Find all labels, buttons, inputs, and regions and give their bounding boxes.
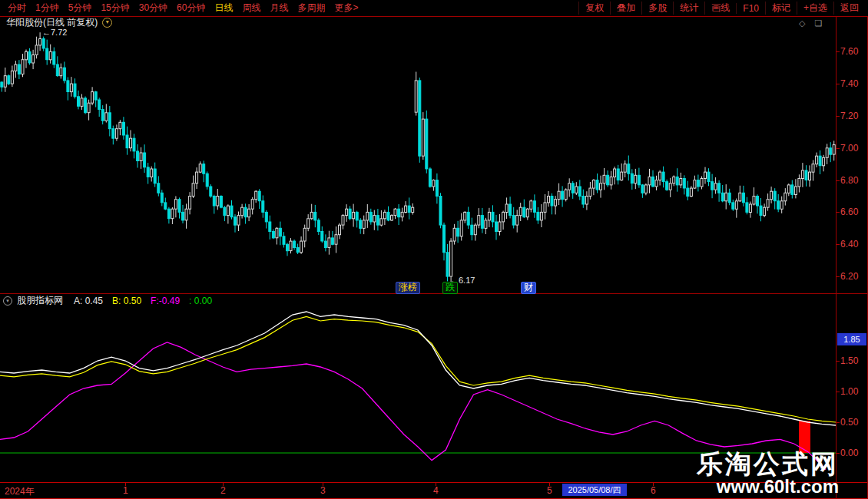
menu-item-统计[interactable]: 统计 xyxy=(673,2,704,15)
xaxis-label-4: 4 xyxy=(433,485,439,496)
price-axis-tick xyxy=(836,212,840,213)
price-axis-tick xyxy=(836,244,840,245)
xaxis-label-1: 1 xyxy=(123,485,128,496)
menu-item-周线[interactable]: 周线 xyxy=(237,2,265,15)
indicator-value-0: A: 0.45 xyxy=(74,296,103,306)
indicator-axis-label: 1.00 xyxy=(840,386,858,397)
indicator-value-3: : 0.00 xyxy=(189,296,212,306)
menu-item-分时[interactable]: 分时 xyxy=(3,2,31,15)
watermark-line2: www.60lt.com xyxy=(697,477,839,496)
watermark: 乐淘公式网 www.60lt.com xyxy=(697,451,839,496)
menu-item-更多>[interactable]: 更多> xyxy=(330,2,363,15)
diamond-icon[interactable]: ◇ xyxy=(799,18,805,28)
price-axis-label: 7.60 xyxy=(840,46,858,57)
menu-item-日线[interactable]: 日线 xyxy=(210,2,237,15)
indicator-value-2: F:-0.49 xyxy=(151,296,180,306)
top-menu-bar: 分时1分钟5分钟15分钟30分钟60分钟日线周线月线多周期更多> 复权叠加多股统… xyxy=(0,0,868,16)
price-axis-label: 7.00 xyxy=(840,143,858,154)
xaxis-label-2024年: 2024年 xyxy=(5,485,35,498)
menu-item-多周期[interactable]: 多周期 xyxy=(293,2,330,15)
panel-divider-line xyxy=(0,293,868,294)
overlay-button-跌[interactable]: 跌 xyxy=(442,282,458,294)
menu-item-1分钟[interactable]: 1分钟 xyxy=(31,2,64,15)
xaxis-label-2: 2 xyxy=(220,485,226,496)
indicator-chart[interactable] xyxy=(0,307,836,470)
menu-item-60分钟[interactable]: 60分钟 xyxy=(172,2,210,15)
collapse-icon[interactable]: ▾ xyxy=(3,296,12,306)
menu-item-多股[interactable]: 多股 xyxy=(641,2,673,15)
xaxis-tick xyxy=(223,483,224,486)
trading-app-window: 分时1分钟5分钟15分钟30分钟60分钟日线周线月线多周期更多> 复权叠加多股统… xyxy=(0,0,868,499)
price-axis-label: 7.20 xyxy=(840,111,858,121)
price-axis-label: 6.80 xyxy=(840,175,858,186)
high-price-annotation: ←7.72 xyxy=(42,28,67,37)
indicator-axis-label: 1.50 xyxy=(840,355,858,366)
overlay-button-财[interactable]: 财 xyxy=(521,282,536,294)
watermark-line1: 乐淘公式网 xyxy=(697,451,839,477)
xaxis-tick xyxy=(549,483,550,486)
menu-item-30分钟[interactable]: 30分钟 xyxy=(134,2,172,15)
indicator-axis-tick xyxy=(836,361,840,362)
price-axis-tick xyxy=(836,116,840,117)
menu-item-15分钟[interactable]: 15分钟 xyxy=(96,2,134,15)
indicator-axis-label: 0.00 xyxy=(840,448,858,458)
price-axis-label: 6.20 xyxy=(840,271,858,282)
indicator-axis-tick xyxy=(836,392,840,392)
price-axis-label: 6.40 xyxy=(840,239,858,250)
price-axis-label: 6.60 xyxy=(840,207,858,217)
xaxis-label-3: 3 xyxy=(320,485,326,496)
menu-item-月线[interactable]: 月线 xyxy=(265,2,293,15)
axis-separator-line xyxy=(836,17,837,499)
menu-item-5分钟[interactable]: 5分钟 xyxy=(64,2,97,15)
indicator-max-box: 1.85 xyxy=(837,333,866,345)
tools-menu: 复权叠加多股统计画线F10标记+自选返回 xyxy=(578,2,868,15)
overlay-button-涨榜[interactable]: 涨榜 xyxy=(396,282,420,294)
menu-item-标记[interactable]: 标记 xyxy=(765,2,797,15)
xaxis-tick xyxy=(436,483,436,486)
xaxis-tick xyxy=(653,483,654,486)
chart-title-bar: 华阳股份(日线 前复权) ▾ xyxy=(6,17,112,28)
title-corner-icons: ◇ ❏ xyxy=(799,18,822,28)
menu-item-画线[interactable]: 画线 xyxy=(704,2,736,15)
title-dropdown-icon[interactable]: ▾ xyxy=(102,18,112,28)
xaxis-label-5: 5 xyxy=(547,485,552,496)
price-axis-tick xyxy=(836,51,840,52)
menu-item-复权[interactable]: 复权 xyxy=(578,2,610,15)
indicator-name: 股朋指标网 xyxy=(17,294,63,307)
indicator-axis-tick xyxy=(836,422,840,423)
menu-item-叠加[interactable]: 叠加 xyxy=(610,2,641,15)
panel-icon[interactable]: ❏ xyxy=(814,18,822,28)
price-axis-label: 7.40 xyxy=(840,78,858,89)
period-menu: 分时1分钟5分钟15分钟30分钟60分钟日线周线月线多周期更多> xyxy=(0,2,363,15)
menu-item-+自选[interactable]: +自选 xyxy=(797,2,833,15)
menu-item-F10[interactable]: F10 xyxy=(736,3,765,14)
price-axis-tick xyxy=(836,276,840,277)
main-candlestick-chart[interactable] xyxy=(0,29,836,292)
indicator-value-1: B: 0.50 xyxy=(112,296,141,306)
date-highlight-box: 2025/05/08/四 xyxy=(562,484,627,496)
xaxis-tick xyxy=(125,483,126,486)
indicator-header: ▾ 股朋指标网 A: 0.45B: 0.50F:-0.49: 0.00 xyxy=(3,295,218,306)
menu-divider-line xyxy=(0,16,868,17)
menu-item-返回[interactable]: 返回 xyxy=(833,2,865,15)
xaxis-label-6: 6 xyxy=(651,485,656,496)
xaxis-tick xyxy=(323,483,323,486)
price-axis-tick xyxy=(836,180,840,181)
price-axis-tick xyxy=(836,84,840,84)
indicator-axis-label: 0.50 xyxy=(840,417,858,428)
price-axis-tick xyxy=(836,148,840,149)
